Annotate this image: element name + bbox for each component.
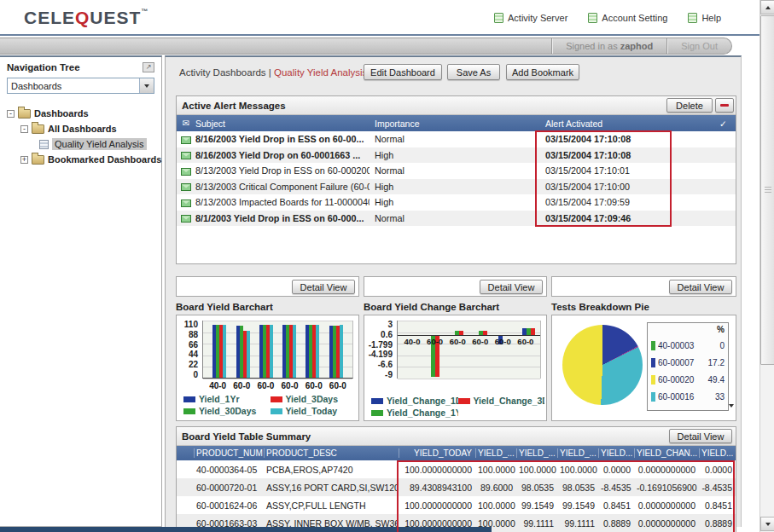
- x-tick-label: 60-0: [282, 381, 299, 390]
- legend-item: 60-0000717.2: [651, 354, 725, 371]
- legend-label: 60-00007: [658, 358, 706, 367]
- select-arrow-button[interactable]: [139, 78, 154, 93]
- table-cell: 0.8451: [598, 500, 634, 511]
- collapse-icon[interactable]: -: [20, 125, 28, 133]
- edit-dashboard-button[interactable]: Edit Dashboard: [364, 64, 442, 80]
- bar: [316, 325, 319, 378]
- column-header-importance[interactable]: Importance: [370, 119, 540, 129]
- summary-column-header[interactable]: PRODUCT_NUM: [194, 448, 264, 458]
- signed-in-user: zaphod: [620, 41, 654, 51]
- sidebar-title: Navigation Tree: [7, 62, 80, 72]
- save-as-button[interactable]: Save As: [447, 64, 500, 80]
- x-tick-label: 60-0: [257, 381, 274, 390]
- bar-group: [236, 326, 250, 378]
- y-axis-labels: 30.6-1.799-4.199-6.6-9: [364, 320, 395, 379]
- alert-icon-cell: [177, 197, 195, 207]
- logo-q: Q: [75, 8, 90, 27]
- alert-importance: High: [370, 182, 540, 192]
- detail-view-button[interactable]: Detail View: [669, 429, 732, 443]
- summary-column-header[interactable]: PRODUCT_DESC: [264, 448, 399, 458]
- alert-row[interactable]: 8/13/2003 Impacted Boards for 11-0000040…: [177, 194, 736, 211]
- y-tick-label: 44: [189, 350, 198, 359]
- table-row[interactable]: 60-0001624-06ASSY,CP,FULL LENGTH100.0000…: [177, 496, 736, 514]
- tree-item-bookmarked-dashboards[interactable]: + Bookmarked Dashboards: [0, 152, 161, 167]
- tree-type-select[interactable]: Dashboards: [7, 78, 154, 94]
- legend-value: 17.2: [708, 358, 725, 367]
- column-header-alert-activated[interactable]: Alert Activated: [540, 119, 711, 129]
- bar-group: [329, 325, 343, 378]
- table-row[interactable]: 40-0000364-05PCBA,EROS,AP7420100.0000000…: [177, 460, 736, 478]
- legend-scroll-down-icon[interactable]: [729, 408, 734, 418]
- alert-row[interactable]: 8/13/2003 Critical Component Failure (60…: [177, 179, 736, 195]
- alert-row[interactable]: 8/13/2003 Yield Drop in ESS on 60-000200…: [177, 163, 736, 179]
- scrollbar-thumb[interactable]: [760, 15, 774, 365]
- activity-server-link[interactable]: Activity Server: [494, 13, 567, 23]
- summary-column-header[interactable]: YIELD...: [699, 448, 736, 458]
- alert-icon-cell: [177, 134, 195, 144]
- scroll-up-button[interactable]: [760, 0, 774, 14]
- collapse-icon[interactable]: -: [7, 110, 15, 118]
- sign-out-button[interactable]: Sign Out: [666, 38, 731, 54]
- account-setting-link[interactable]: Account Setting: [588, 13, 667, 23]
- legend-label: Yield_Change_3Days: [474, 396, 545, 406]
- y-tick-label: 0: [193, 370, 198, 379]
- alert-row[interactable]: 8/16/2003 Yield Drop in ESS on 60-00...N…: [177, 131, 736, 147]
- x-tick-label: 60-0: [495, 337, 511, 346]
- detail-view-button[interactable]: Detail View: [669, 280, 732, 294]
- y-tick-label: -4.199: [369, 350, 393, 359]
- summary-column-header[interactable]: YIELD_...: [557, 448, 598, 458]
- summary-column-header[interactable]: YIELD_TODAY: [399, 448, 475, 458]
- column-header-subject[interactable]: Subject: [195, 119, 370, 129]
- tree-item-all-dashboards[interactable]: - All Dashboards: [0, 121, 161, 136]
- table-cell: 0.0000000000: [634, 500, 699, 511]
- bar: [223, 325, 226, 378]
- alert-subject: 8/13/2003 Critical Component Failure (60…: [195, 182, 370, 192]
- delete-button[interactable]: Delete: [666, 98, 713, 113]
- breadcrumb-root[interactable]: Activity Dashboards: [179, 67, 266, 78]
- alert-row[interactable]: 8/16/2003 Yield Drop on 60-0001663 ...Hi…: [177, 147, 736, 164]
- summary-column-header[interactable]: YIELD_...: [475, 448, 516, 458]
- legend-swatch: [458, 398, 470, 404]
- add-bookmark-button[interactable]: Add Bookmark: [506, 64, 579, 80]
- legend-swatch: [183, 408, 195, 414]
- summary-column-header[interactable]: YIELD...: [598, 448, 634, 458]
- table-cell: 99.1111: [516, 518, 557, 529]
- gridline: [203, 379, 352, 379]
- collapse-panel-button[interactable]: [715, 98, 734, 113]
- alert-message-icon: [181, 152, 191, 159]
- help-link[interactable]: Help: [688, 13, 721, 23]
- y-tick-label: 88: [189, 330, 198, 339]
- alert-row[interactable]: 8/1/2003 Yield Drop in ESS on 60-000...N…: [177, 211, 736, 227]
- detail-view-button[interactable]: Detail View: [292, 280, 355, 294]
- summary-column-header[interactable]: YIELD_...: [516, 448, 557, 458]
- detail-view-button[interactable]: Detail View: [480, 280, 543, 294]
- activity-server-icon: [494, 13, 503, 23]
- table-cell: PCBA,EROS,AP7420: [264, 465, 399, 475]
- table-cell: 99.1111: [557, 518, 598, 529]
- expand-icon[interactable]: +: [20, 156, 28, 164]
- alert-rows: 8/16/2003 Yield Drop in ESS on 60-00...N…: [177, 131, 736, 226]
- table-cell: 0.0000000000: [634, 465, 699, 475]
- arrow-down-icon: [765, 523, 771, 526]
- tree-item-dashboards[interactable]: - Dashboards: [0, 106, 161, 121]
- pie: [562, 325, 643, 405]
- table-row[interactable]: 60-0000720-01ASSY,16 PORT CARD,SI,SW1200…: [177, 478, 736, 496]
- legend-swatch: [371, 410, 383, 416]
- summary-header-row: PRODUCT_NUMPRODUCT_DESCYIELD_TODAYYIELD_…: [177, 446, 736, 460]
- summary-column-header[interactable]: YIELD_CHAN...: [634, 448, 699, 458]
- legend-label: 60-00016: [658, 392, 713, 402]
- x-tick-label: 40-0: [209, 381, 226, 390]
- pie-widget: Detail View Tests Breakdown Pie %40-0000…: [551, 276, 736, 421]
- table-cell: 0.8889: [699, 518, 736, 529]
- help-label: Help: [701, 13, 721, 23]
- scroll-down-button[interactable]: [760, 517, 774, 531]
- alert-subject: 8/16/2003 Yield Drop on 60-0001663 ...: [195, 150, 370, 160]
- tree-item-quality-yield-analysis[interactable]: Quality Yield Analysis: [0, 136, 161, 152]
- y-tick-label: 0.6: [381, 330, 393, 339]
- popout-icon[interactable]: ↗: [143, 62, 154, 72]
- gridline: [398, 367, 540, 367]
- legend-item: Yield_Today: [271, 406, 358, 416]
- table-cell: 98.0535: [516, 483, 557, 493]
- yield-barchart-widget: Detail View Board Yield Barchart 1108866…: [176, 276, 359, 421]
- vertical-scrollbar[interactable]: [759, 0, 774, 532]
